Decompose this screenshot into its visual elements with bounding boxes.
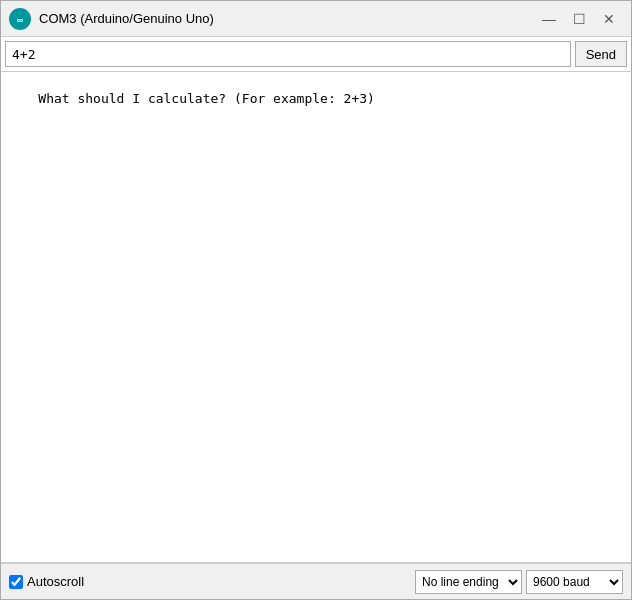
minimize-icon: —	[542, 11, 556, 27]
arduino-logo: ∞	[9, 8, 31, 30]
serial-output-text: What should I calculate? (For example: 2…	[38, 91, 375, 106]
autoscroll-checkbox[interactable]	[9, 575, 23, 589]
maximize-button[interactable]: ☐	[565, 7, 593, 31]
line-ending-dropdown[interactable]: No line ending Newline Carriage return B…	[415, 570, 522, 594]
svg-text:∞: ∞	[17, 15, 24, 25]
serial-input[interactable]	[5, 41, 571, 67]
close-button[interactable]: ✕	[595, 7, 623, 31]
input-toolbar: Send	[1, 37, 631, 72]
minimize-button[interactable]: —	[535, 7, 563, 31]
baud-rate-dropdown[interactable]: 300 baud 1200 baud 2400 baud 4800 baud 9…	[526, 570, 623, 594]
close-icon: ✕	[603, 11, 615, 27]
autoscroll-section: Autoscroll	[9, 574, 415, 589]
send-button[interactable]: Send	[575, 41, 627, 67]
status-bar: Autoscroll No line ending Newline Carria…	[1, 563, 631, 599]
window-controls: — ☐ ✕	[535, 7, 623, 31]
serial-output-area: What should I calculate? (For example: 2…	[1, 72, 631, 563]
arduino-serial-monitor-window: ∞ COM3 (Arduino/Genuino Uno) — ☐ ✕ Send …	[0, 0, 632, 600]
status-right: No line ending Newline Carriage return B…	[415, 570, 623, 594]
window-title: COM3 (Arduino/Genuino Uno)	[39, 11, 535, 26]
maximize-icon: ☐	[573, 11, 586, 27]
title-bar: ∞ COM3 (Arduino/Genuino Uno) — ☐ ✕	[1, 1, 631, 37]
autoscroll-label[interactable]: Autoscroll	[27, 574, 84, 589]
